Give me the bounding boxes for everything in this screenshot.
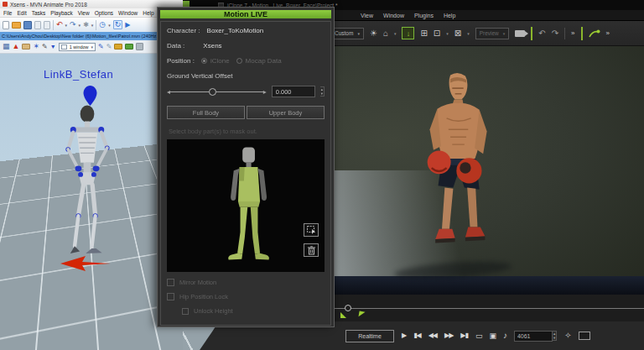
light-icon[interactable]: ☀ xyxy=(370,29,377,38)
realtime-button[interactable]: Realtime xyxy=(345,330,394,342)
mannequin-figure[interactable] xyxy=(216,144,283,269)
motion-live-header[interactable]: Motion LIVE xyxy=(160,10,331,18)
mirror-motion-row: Mirror Motion xyxy=(167,279,325,286)
frame-input[interactable] xyxy=(514,331,553,342)
skip-start-button[interactable]: ▮◀ xyxy=(413,332,421,339)
grid-icon[interactable]: ▦ xyxy=(3,43,10,50)
hip-lock-checkbox[interactable] xyxy=(167,293,174,300)
delete-mask-button[interactable] xyxy=(304,243,319,257)
menu-playback[interactable]: Playback xyxy=(50,10,72,16)
export-folder-icon[interactable] xyxy=(114,44,122,50)
tools-dropdown-icon[interactable]: ▾ xyxy=(91,23,94,28)
menu-edit[interactable]: Edit xyxy=(17,10,26,16)
radio-iclone[interactable]: iClone xyxy=(201,57,230,65)
new-file-icon[interactable] xyxy=(3,21,9,29)
menu-view[interactable]: View xyxy=(78,10,90,16)
warning-icon[interactable]: ▲ xyxy=(13,43,20,50)
xsens-title-bar[interactable]: Xsens - MVN Animate Pro 2018 xyxy=(0,0,183,8)
edit-pen2-icon[interactable]: ✎ xyxy=(106,44,112,50)
frame-forward-button[interactable]: ▶▶ xyxy=(444,332,453,339)
slider-track[interactable] xyxy=(170,91,263,92)
copy-icon[interactable] xyxy=(34,21,41,29)
undo-icon[interactable]: ↶ xyxy=(56,21,63,29)
mirror-motion-checkbox[interactable] xyxy=(167,279,174,286)
menu-help[interactable]: Help xyxy=(444,13,455,18)
timer-dropdown-icon[interactable]: ▾ xyxy=(108,23,111,28)
hip-lock-row: Hip Position Lock xyxy=(167,293,325,300)
xsens-3d-viewport[interactable]: LinkB_Stefan xyxy=(0,54,183,350)
save-icon[interactable] xyxy=(23,21,32,29)
tab-full-body[interactable]: Full Body xyxy=(167,106,245,119)
window-count-select[interactable]: 1 window ▾ xyxy=(59,43,96,51)
motion-live-icon[interactable] xyxy=(589,29,600,39)
settings-icon[interactable]: ✧ xyxy=(564,332,570,340)
edit-pen-icon[interactable]: ✎ xyxy=(98,44,104,50)
camera-preset-select[interactable]: Custom ▾ xyxy=(330,28,364,39)
gizmo-icon[interactable]: ⊠ xyxy=(454,29,461,38)
menu-window[interactable]: Window xyxy=(118,10,138,16)
unlock-height-checkbox[interactable] xyxy=(182,308,189,315)
menu-tasks[interactable]: Tasks xyxy=(32,10,46,16)
actor-icon[interactable]: ✶ xyxy=(33,43,39,50)
paste-icon[interactable] xyxy=(44,21,50,29)
file-path: C:\Users\AndyChou\Desktop\New folder (6)… xyxy=(2,34,160,39)
radio-mocap[interactable]: Mocap Data xyxy=(236,57,282,65)
offset-spin-down-icon[interactable]: ▾ xyxy=(320,91,324,96)
pen-icon[interactable]: ✎ xyxy=(42,44,48,50)
menu-plugins[interactable]: Plugins xyxy=(414,13,434,18)
open-folder-icon[interactable] xyxy=(12,22,21,29)
timeline-marker2-icon[interactable] xyxy=(358,311,365,317)
frame-back-button[interactable]: ◀◀ xyxy=(428,332,437,339)
play-button[interactable]: ▶ xyxy=(402,332,406,339)
tab-upper-body[interactable]: Upper Body xyxy=(247,106,325,119)
character-row: Character : Boxer_ToKoMotion xyxy=(167,27,325,34)
step-next-icon[interactable]: ▶ xyxy=(125,22,130,29)
ground-offset-spinner: ▴ ▾ xyxy=(320,86,325,97)
camera-preset-value: Custom xyxy=(335,30,353,36)
undo-dropdown-icon[interactable]: ▾ xyxy=(65,23,68,28)
timer-icon[interactable]: ◷ xyxy=(99,21,106,29)
ground-offset-slider[interactable]: ◂ ▸ xyxy=(167,86,267,97)
select-region-button[interactable] xyxy=(304,223,319,237)
filter-icon[interactable]: ▼ xyxy=(50,44,56,50)
skip-end-button[interactable]: ▶▮ xyxy=(460,332,468,339)
redo-icon[interactable]: ↷ xyxy=(552,29,558,38)
session-folder-icon[interactable] xyxy=(22,44,30,50)
slider-handle[interactable] xyxy=(209,88,216,96)
menu-file[interactable]: File xyxy=(3,10,12,16)
character-value: Boxer_ToKoMotion xyxy=(207,27,264,34)
layout-dropdown-icon[interactable]: ▾ xyxy=(446,31,449,36)
tools-icon[interactable]: ✱ xyxy=(83,22,89,29)
home-view-icon[interactable]: ⌂ xyxy=(383,29,388,38)
redo-icon[interactable]: ↷ xyxy=(70,21,76,29)
menu-help[interactable]: Help xyxy=(143,10,153,16)
redo-dropdown-icon[interactable]: ▾ xyxy=(79,23,81,28)
render-mode-select[interactable]: Preview ▾ xyxy=(475,28,510,39)
layout-view-icon[interactable]: ⊡ xyxy=(434,29,440,38)
camera-icon[interactable] xyxy=(515,30,525,37)
more-plugins-icon[interactable]: » xyxy=(606,30,610,37)
window-count-value: 1 window xyxy=(70,44,89,50)
fit-view-icon[interactable]: ↓ xyxy=(402,27,414,39)
audio-button[interactable]: ♪ xyxy=(503,332,506,340)
ground-offset-input[interactable] xyxy=(272,86,315,97)
menu-window[interactable]: Window xyxy=(383,13,404,18)
replay-icon[interactable]: ↻ xyxy=(113,20,123,29)
mask-preview[interactable] xyxy=(167,139,325,272)
camera-view-icon[interactable] xyxy=(579,332,590,340)
timeline-marker-icon[interactable] xyxy=(340,312,346,318)
menu-view[interactable]: View xyxy=(361,13,373,18)
undo-icon[interactable]: ↶ xyxy=(538,29,545,38)
radio-iclone-label: iClone xyxy=(210,57,230,65)
timeline-playhead[interactable] xyxy=(345,305,351,311)
menu-options[interactable]: Options xyxy=(95,10,113,16)
frame-spin-down-icon[interactable]: ▾ xyxy=(553,336,556,340)
gizmo-dropdown-icon[interactable]: ▾ xyxy=(467,31,470,36)
clip-mode-button[interactable]: ▣ xyxy=(489,332,496,340)
import-folder-icon[interactable] xyxy=(125,44,133,50)
more-tools-icon[interactable]: » xyxy=(571,30,574,37)
quad-view-icon[interactable]: ⊞ xyxy=(420,29,427,38)
loop-button[interactable]: ▭ xyxy=(475,332,482,340)
home-dropdown-icon[interactable]: ▾ xyxy=(394,31,397,36)
xsens-file-path-bar: C:\Users\AndyChou\Desktop\New folder (6)… xyxy=(0,32,183,40)
